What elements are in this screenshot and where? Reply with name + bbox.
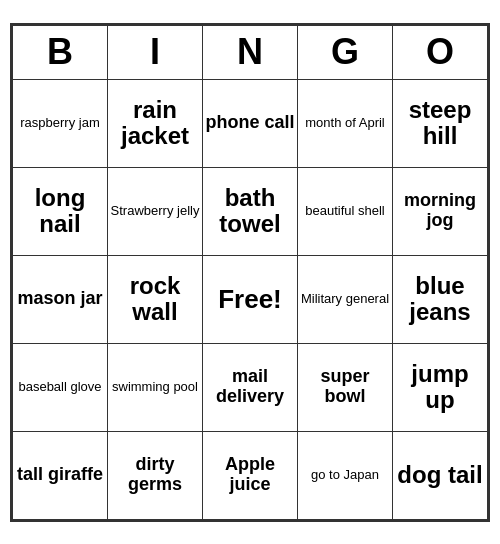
cell-r4-c4: dog tail [393, 431, 488, 519]
cell-r1-c4: morning jog [393, 167, 488, 255]
cell-r4-c2: Apple juice [203, 431, 298, 519]
cell-r0-c4: steep hill [393, 79, 488, 167]
cell-r2-c0: mason jar [13, 255, 108, 343]
cell-r1-c3: beautiful shell [298, 167, 393, 255]
cell-r0-c2: phone call [203, 79, 298, 167]
cell-r2-c1: rock wall [108, 255, 203, 343]
bingo-header-O: O [393, 25, 488, 79]
cell-r3-c0: baseball glove [13, 343, 108, 431]
bingo-card: BINGO raspberry jamrain jacketphone call… [10, 23, 490, 522]
cell-r3-c3: super bowl [298, 343, 393, 431]
cell-r4-c0: tall giraffe [13, 431, 108, 519]
cell-r3-c2: mail delivery [203, 343, 298, 431]
cell-r1-c2: bath towel [203, 167, 298, 255]
cell-r3-c4: jump up [393, 343, 488, 431]
cell-r0-c3: month of April [298, 79, 393, 167]
bingo-header-G: G [298, 25, 393, 79]
cell-r2-c2: Free! [203, 255, 298, 343]
cell-r3-c1: swimming pool [108, 343, 203, 431]
cell-r1-c1: Strawberry jelly [108, 167, 203, 255]
cell-r4-c3: go to Japan [298, 431, 393, 519]
bingo-header-I: I [108, 25, 203, 79]
bingo-header-N: N [203, 25, 298, 79]
cell-r2-c3: Military general [298, 255, 393, 343]
bingo-header-B: B [13, 25, 108, 79]
cell-r0-c1: rain jacket [108, 79, 203, 167]
cell-r1-c0: long nail [13, 167, 108, 255]
cell-r2-c4: blue jeans [393, 255, 488, 343]
cell-r0-c0: raspberry jam [13, 79, 108, 167]
cell-r4-c1: dirty germs [108, 431, 203, 519]
